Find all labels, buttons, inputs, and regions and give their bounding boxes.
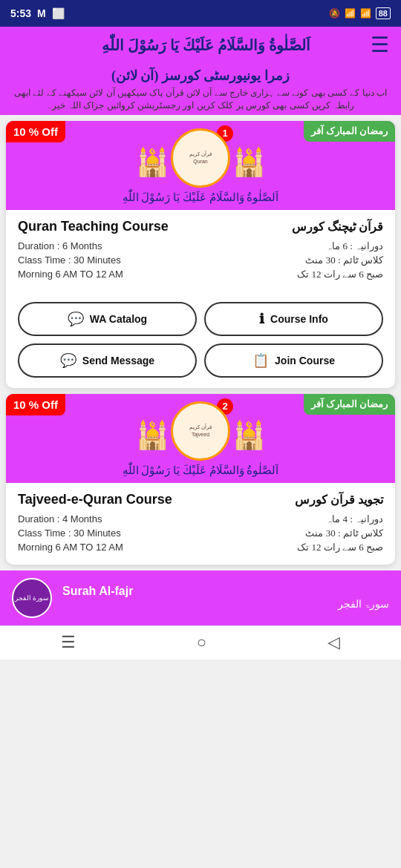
course-detail-row-2-1: Class Time : 30 Minutes کلاس ٹائم : 30 م…	[18, 527, 383, 539]
mute-icon: 🔕	[329, 8, 340, 19]
join-course-button-1[interactable]: 📋 Join Course	[204, 343, 383, 378]
hamburger-menu-icon[interactable]: ☰	[371, 33, 389, 57]
gmail-icon: M	[37, 7, 46, 19]
card-buttons-1: 💬 WA Catalog ℹ Course Info 💬 Send Messag…	[6, 302, 395, 388]
banner-subtitle: اب دنیا کے کسی بھی کونے سے ہزاری خارج سے…	[7, 87, 394, 112]
course-info-label: Course Info	[270, 313, 328, 325]
thumbnail-text-1: قرآن کریم Quran	[186, 148, 215, 168]
card-arabic-2: اَلصَّلٰوةُ وَالسَّلَامُ عَلَيْكَ يَا رَ…	[6, 461, 395, 483]
course-card-2: 10 % Off 🕌 قرآن کریم Tajveed 2 🕌 رمضان ا…	[6, 394, 395, 565]
battery-indicator: 88	[376, 7, 391, 19]
course-detail-row-1-2: Morning 6 AM TO 12 AM صبح 6 سے رات 12 تک	[18, 269, 383, 280]
thumbnail-wrapper-1[interactable]: قرآن کریم Quran 1	[171, 128, 230, 188]
card-top-2: 10 % Off 🕌 قرآن کریم Tajveed 2 🕌 رمضان ا…	[6, 394, 395, 461]
discount-badge-1: 10 % Off	[6, 121, 65, 142]
course-title-row-1: Quran Teaching Course قرآن ٹیچنگ کورس	[18, 219, 383, 234]
nav-circle-icon[interactable]: ○	[197, 633, 206, 652]
course-title-en-2: Tajveed-e-Quran Course	[18, 492, 172, 507]
detail-ur-1-2: صبح 6 سے رات 12 تک	[297, 269, 383, 280]
status-bar: 5:53 M ⬜ 🔕 📶 📶 88	[0, 0, 401, 27]
card-body-1: Quran Teaching Course قرآن ٹیچنگ کورس Du…	[6, 210, 395, 292]
thumbnail-text-2: قرآن کریم Tajveed	[186, 421, 215, 441]
app-header: اَلصَّلٰوةُ وَالسَّلَامُ عَلَيْكَ يَا رَ…	[0, 27, 401, 63]
bottom-surah-bar[interactable]: سورة الفجر Surah Al-fajr سورۃ الفجر	[0, 571, 401, 625]
document-icon-1: 📋	[252, 352, 269, 369]
nav-back-icon[interactable]: ◁	[327, 633, 340, 652]
whatsapp-icon-2: 💬	[60, 352, 76, 369]
mosque-left-icon-1: 🕌	[134, 137, 171, 178]
course-detail-row-1-1: Class Time : 30 Minutes کلاس ٹائم : 30 م…	[18, 254, 383, 266]
course-title-en-1: Quran Teaching Course	[18, 219, 169, 234]
join-course-label: Join Course	[275, 355, 335, 366]
course-detail-row-2-0: Duration : 4 Months دورانیہ : 4 ماہ	[18, 513, 383, 525]
detail-ur-2-2: صبح 6 سے رات 12 تک	[297, 542, 383, 553]
detail-en-2-2: Morning 6 AM TO 12 AM	[18, 542, 123, 553]
ramadan-badge-1: رمضان المبارک آفر	[304, 121, 396, 142]
detail-en-1-0: Duration : 6 Months	[18, 240, 102, 252]
course-detail-row-1-0: Duration : 6 Months دورانیہ : 6 ماہ	[18, 240, 383, 252]
detail-ur-2-1: کلاس ٹائم : 30 منٹ	[305, 527, 383, 539]
status-time: 5:53	[10, 7, 31, 19]
wa-catalog-label: WA Catalog	[90, 313, 147, 325]
surah-name-ur: سورۃ الفجر	[62, 598, 389, 611]
course-title-row-2: Tajveed-e-Quran Course تجوید قرآن کورس	[18, 492, 383, 507]
header-arabic-text: اَلصَّلٰوةُ وَالسَّلَامُ عَلَيْكَ يَا رَ…	[42, 36, 371, 54]
screen-icon: ⬜	[52, 7, 65, 19]
mosque-left-icon-2: 🕌	[134, 410, 171, 451]
course-title-ur-2: تجوید قرآن کورس	[295, 493, 383, 507]
banner-section: زمرا یونیورسٹی کورسز (آن لائن) اب دنیا ک…	[0, 63, 401, 115]
card-body-2: Tajveed-e-Quran Course تجوید قرآن کورس D…	[6, 483, 395, 565]
surah-name-en: Surah Al-fajr	[62, 585, 389, 598]
discount-badge-2: 10 % Off	[6, 394, 65, 415]
detail-en-2-1: Class Time : 30 Minutes	[18, 527, 121, 539]
card-arabic-1: اَلصَّلٰوةُ وَالسَّلَامُ عَلَيْكَ يَا رَ…	[6, 188, 395, 210]
surah-icon-text: سورة الفجر	[15, 594, 49, 602]
info-icon-1: ℹ	[259, 311, 264, 327]
navigation-bar: ☰ ○ ◁	[0, 625, 401, 660]
detail-en-1-1: Class Time : 30 Minutes	[18, 254, 121, 266]
ramadan-badge-2: رمضان المبارک آفر	[304, 394, 396, 415]
banner-title: زمرا یونیورسٹی کورسز (آن لائن)	[7, 68, 394, 84]
surah-icon: سورة الفجر	[12, 578, 52, 618]
wa-catalog-button-1[interactable]: 💬 WA Catalog	[18, 302, 197, 336]
course-thumbnail-2: قرآن کریم Tajveed	[171, 401, 230, 461]
wifi-icon: 📶	[345, 8, 356, 19]
send-message-button-1[interactable]: 💬 Send Message	[18, 343, 197, 378]
detail-en-2-0: Duration : 4 Months	[18, 513, 102, 525]
whatsapp-icon-1: 💬	[68, 311, 84, 327]
detail-en-1-2: Morning 6 AM TO 12 AM	[18, 269, 123, 280]
card-top-1: 10 % Off 🕌 قرآن کریم Quran 1 🕌 رمضان الم…	[6, 121, 395, 188]
thumbnail-wrapper-2[interactable]: قرآن کریم Tajveed 2	[171, 401, 230, 461]
detail-ur-1-0: دورانیہ : 6 ماہ	[326, 240, 383, 252]
course-thumbnail-1: قرآن کریم Quran	[171, 128, 230, 188]
course-card-1: 10 % Off 🕌 قرآن کریم Quran 1 🕌 رمضان الم…	[6, 121, 395, 388]
detail-ur-1-1: کلاس ٹائم : 30 منٹ	[305, 254, 383, 266]
course-info-button-1[interactable]: ℹ Course Info	[204, 302, 383, 336]
mosque-right-icon-1: 🕌	[230, 137, 267, 178]
course-title-ur-1: قرآن ٹیچنگ کورس	[292, 220, 383, 234]
course-detail-row-2-2: Morning 6 AM TO 12 AM صبح 6 سے رات 12 تک	[18, 542, 383, 553]
nav-home-icon[interactable]: ☰	[61, 633, 76, 652]
surah-text-block: Surah Al-fajr سورۃ الفجر	[62, 585, 389, 611]
send-message-label: Send Message	[82, 355, 154, 366]
mosque-right-icon-2: 🕌	[230, 410, 267, 451]
signal-icon: 📶	[360, 8, 371, 19]
detail-ur-2-0: دورانیہ : 4 ماہ	[326, 513, 383, 525]
